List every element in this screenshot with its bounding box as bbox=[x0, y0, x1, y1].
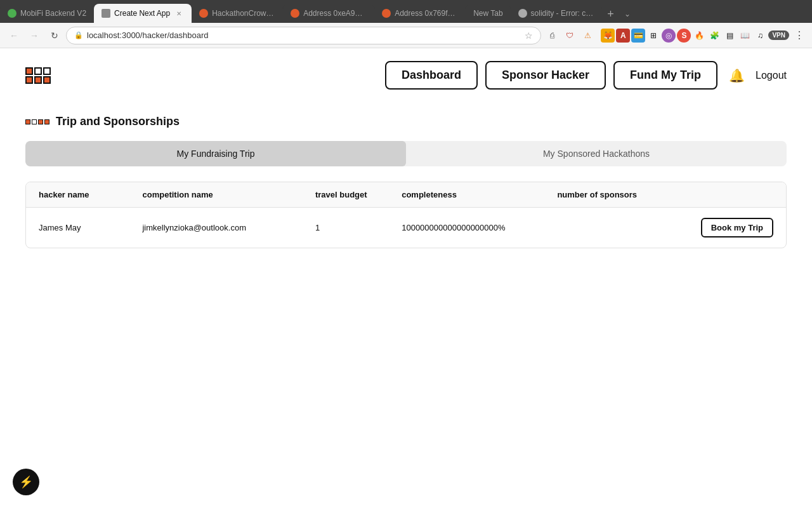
tab-addr1[interactable]: Address 0xeA9Db4374C bbox=[283, 4, 374, 23]
page-content: Dashboard Sponsor Hacker Fund My Trip 🔔 … bbox=[0, 48, 812, 508]
tab-favicon-hackathon bbox=[199, 9, 208, 18]
extensions-bar: 🦊 A 💳 ⊞ ◎ S 🔥 🧩 ▤ 📖 ♫ VPN bbox=[601, 29, 789, 43]
tab-favicon-addr2 bbox=[382, 9, 391, 18]
cell-competition-name: jimkellynzioka@outlook.com bbox=[142, 223, 315, 232]
nav-links: Dashboard Sponsor Hacker Fund My Trip 🔔 … bbox=[385, 61, 787, 90]
address-bar[interactable]: 🔒 localhost:3000/hacker/dashboard ☆ bbox=[66, 27, 541, 44]
cell-travel-budget: 1 bbox=[315, 223, 402, 232]
tab-favicon-solidity bbox=[518, 9, 527, 18]
tab-label-next: Create Next App bbox=[114, 9, 170, 18]
cell-action: Book my Trip bbox=[687, 218, 773, 237]
book-trip-button[interactable]: Book my Trip bbox=[701, 218, 773, 237]
data-table: hacker name competition name travel budg… bbox=[25, 182, 787, 248]
tab-close-button[interactable]: ✕ bbox=[174, 8, 184, 18]
tab-label-newtab: New Tab bbox=[473, 9, 502, 18]
main-section: Trip and Sponsorships My Fundraising Tri… bbox=[0, 102, 812, 261]
forward-button[interactable]: → bbox=[25, 27, 43, 44]
logout-button[interactable]: Logout bbox=[756, 70, 787, 81]
col-header-competition-name: competition name bbox=[142, 190, 315, 199]
app-logo bbox=[25, 67, 51, 84]
address-text: localhost:3000/hacker/dashboard bbox=[87, 30, 521, 40]
tab-favicon-next bbox=[102, 9, 110, 18]
ext-sidebar-icon[interactable]: ▤ bbox=[723, 29, 737, 43]
tab-my-fundraising[interactable]: My Fundraising Trip bbox=[25, 141, 406, 166]
ext-book-icon[interactable]: 📖 bbox=[738, 29, 752, 43]
star-icon[interactable]: ☆ bbox=[525, 30, 533, 41]
col-header-travel-budget: travel budget bbox=[315, 190, 402, 199]
fund-trip-nav-button[interactable]: Fund My Trip bbox=[613, 61, 717, 90]
col-header-hacker-name: hacker name bbox=[39, 190, 142, 199]
tab-label-hackathon: HackathonCrowdfundin... bbox=[212, 9, 275, 18]
dashboard-nav-button[interactable]: Dashboard bbox=[385, 61, 478, 90]
tab-new-tab[interactable]: New Tab bbox=[466, 4, 510, 23]
new-tab-button[interactable]: + bbox=[602, 5, 620, 23]
logo-graphic bbox=[25, 67, 51, 84]
tab-label-solidity: solidity - Error: contract bbox=[531, 9, 594, 18]
back-button[interactable]: ← bbox=[5, 27, 23, 44]
ext-s-icon[interactable]: S bbox=[677, 29, 691, 43]
reload-button[interactable]: ↻ bbox=[46, 27, 63, 44]
ext-puzzle-icon[interactable]: 🧩 bbox=[707, 29, 721, 43]
vpn-badge[interactable]: VPN bbox=[768, 30, 789, 40]
tab-create-next[interactable]: Create Next App ✕ bbox=[94, 4, 192, 23]
tab-switcher: My Fundraising Trip My Sponsored Hackath… bbox=[25, 141, 787, 166]
tab-solidity[interactable]: solidity - Error: contract bbox=[511, 4, 602, 23]
cell-hacker-name: James May bbox=[39, 223, 142, 232]
tab-label-addr1: Address 0xeA9Db4374C bbox=[303, 9, 367, 18]
bolt-button[interactable]: ⚡ bbox=[13, 469, 39, 495]
tab-label-mobifi: MobiFi Backend V2 bbox=[20, 9, 86, 18]
section-title-icon bbox=[25, 119, 49, 124]
browser-menu-button[interactable]: ⋮ bbox=[792, 28, 807, 43]
ext-music-icon[interactable]: ♫ bbox=[753, 29, 767, 43]
section-title: Trip and Sponsorships bbox=[56, 115, 180, 128]
cell-completeness: 100000000000000000000% bbox=[402, 223, 557, 232]
share-button[interactable]: ⎙ bbox=[544, 27, 560, 44]
tab-overflow-button[interactable]: ⌄ bbox=[620, 5, 635, 23]
tab-mobifi[interactable]: MobiFi Backend V2 bbox=[0, 4, 94, 23]
ext-fox-icon[interactable]: 🦊 bbox=[601, 29, 615, 43]
col-header-num-sponsors: number of sponsors bbox=[557, 190, 686, 199]
table-header: hacker name competition name travel budg… bbox=[26, 182, 786, 208]
tab-my-sponsored[interactable]: My Sponsored Hackathons bbox=[406, 141, 787, 166]
app-navbar: Dashboard Sponsor Hacker Fund My Trip 🔔 … bbox=[0, 48, 812, 102]
section-title-row: Trip and Sponsorships bbox=[25, 115, 787, 128]
col-header-completeness: completeness bbox=[402, 190, 557, 199]
nav-bar: ← → ↻ 🔒 localhost:3000/hacker/dashboard … bbox=[0, 23, 812, 48]
tab-addr2[interactable]: Address 0x769fD84b8a bbox=[374, 4, 466, 23]
table-row: James May jimkellynzioka@outlook.com 1 1… bbox=[26, 208, 786, 248]
tab-favicon-mobifi bbox=[8, 9, 16, 18]
ext-wallet-icon[interactable]: 💳 bbox=[631, 29, 645, 43]
ext-a-icon[interactable]: A bbox=[616, 29, 630, 43]
col-header-action bbox=[687, 190, 773, 199]
ext-flame-icon[interactable]: 🔥 bbox=[692, 29, 706, 43]
sponsor-hacker-nav-button[interactable]: Sponsor Hacker bbox=[485, 61, 606, 90]
tab-label-addr2: Address 0x769fD84b8a bbox=[395, 9, 458, 18]
nav-actions: ⎙ 🛡 ⚠ bbox=[544, 27, 596, 44]
tab-bar: MobiFi Backend V2 Create Next App ✕ Hack… bbox=[0, 0, 812, 23]
ext-grid-icon[interactable]: ⊞ bbox=[646, 29, 660, 43]
warning-icon[interactable]: ⚠ bbox=[579, 27, 596, 44]
notification-bell-button[interactable]: 🔔 bbox=[725, 64, 748, 87]
tab-favicon-addr1 bbox=[291, 9, 299, 18]
ext-circle-icon[interactable]: ◎ bbox=[662, 29, 676, 43]
tab-hackathon[interactable]: HackathonCrowdfundin... bbox=[192, 4, 283, 23]
lock-icon: 🔒 bbox=[74, 31, 83, 39]
shield-icon[interactable]: 🛡 bbox=[561, 27, 578, 44]
